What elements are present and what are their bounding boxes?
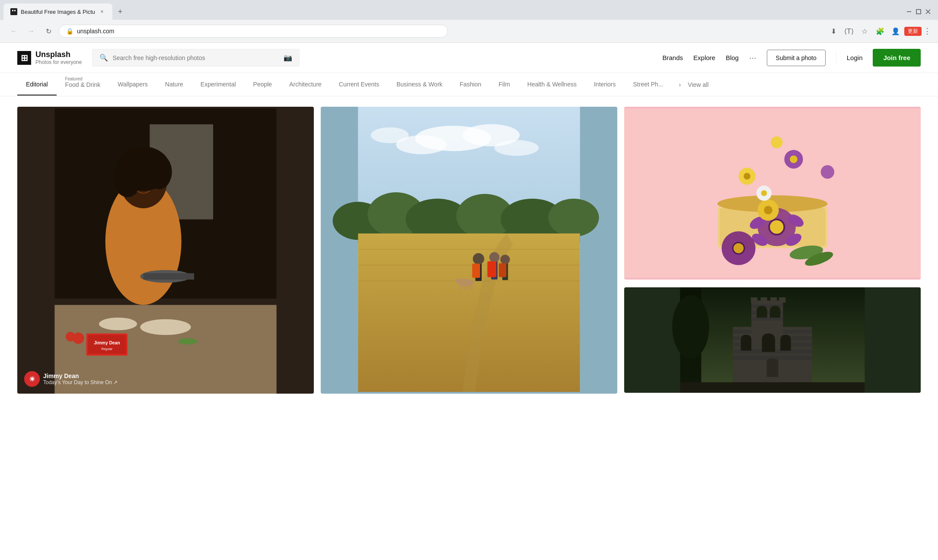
category-tabs: Editorial Featured Food & Drink Wallpape…: [0, 73, 938, 96]
svg-point-40: [770, 220, 783, 234]
logo[interactable]: ⊞ Unsplash Photos for everyone: [17, 50, 82, 66]
svg-text:Jimmy Dean: Jimmy Dean: [94, 340, 120, 345]
svg-point-51: [761, 190, 767, 196]
svg-rect-30: [624, 108, 921, 278]
featured-label: Featured: [65, 76, 101, 81]
tab-street-ph[interactable]: Street Ph...: [625, 74, 672, 95]
profile-icon[interactable]: 👤: [889, 24, 903, 38]
svg-rect-102: [751, 318, 783, 321]
tab-nature[interactable]: Nature: [156, 74, 192, 95]
tab-food-drink[interactable]: Featured Food & Drink: [57, 73, 109, 96]
photo-image-col2-bottom: [624, 287, 921, 393]
logo-symbol: ⊞: [21, 54, 28, 62]
address-actions: ⬇ ⟨T⟩ ☆ 🧩 👤 更新 ⋮: [826, 24, 931, 38]
back-button[interactable]: ←: [7, 24, 21, 38]
tab-people[interactable]: People: [245, 74, 281, 95]
photo-card-col1[interactable]: Jimmy Dean Regular ☀ Jimmy Dean Today's …: [17, 107, 314, 394]
svg-rect-104: [761, 297, 767, 302]
bookmark-icon[interactable]: ☆: [858, 24, 871, 38]
tab-favicon: [10, 8, 17, 15]
svg-line-88: [472, 285, 472, 290]
extensions-icon[interactable]: 🧩: [873, 24, 887, 38]
svg-point-26: [73, 332, 84, 344]
view-all-link[interactable]: View all: [688, 74, 708, 95]
svg-point-92: [672, 295, 709, 358]
lock-icon: 🔒: [66, 28, 73, 35]
submit-photo-button[interactable]: Submit a photo: [767, 50, 826, 66]
address-bar: ← → ↻ 🔒 unsplash.com ⬇ ⟨T⟩ ☆ 🧩 👤 更新 ⋮: [0, 20, 938, 42]
photo-card-col3[interactable]: [321, 107, 617, 394]
tabs-chevron-right[interactable]: ›: [676, 74, 685, 95]
blog-link[interactable]: Blog: [726, 54, 739, 61]
download-icon[interactable]: ⬇: [826, 24, 840, 38]
more-menu-button[interactable]: ···: [749, 53, 756, 63]
join-free-button[interactable]: Join free: [873, 49, 921, 67]
login-link[interactable]: Login: [847, 54, 863, 61]
browser-menu-button[interactable]: ⋮: [923, 26, 931, 36]
sponsor-name: Jimmy Dean: [43, 372, 118, 379]
svg-point-69: [548, 199, 599, 237]
tab-close-button[interactable]: ×: [99, 8, 105, 15]
svg-point-27: [178, 338, 197, 345]
forward-button[interactable]: →: [24, 24, 38, 38]
svg-rect-106: [779, 297, 785, 302]
camera-icon[interactable]: 📷: [284, 54, 292, 62]
logo-name: Unsplash: [35, 50, 82, 60]
sponsor-logo: ☀: [24, 371, 40, 387]
browser-chrome: Beautiful Free Images & Pictu × + ← → ↻ …: [0, 0, 938, 43]
svg-point-78: [489, 252, 499, 262]
active-tab[interactable]: Beautiful Free Images & Pictu ×: [3, 3, 112, 20]
site-header: ⊞ Unsplash Photos for everyone 🔍 📷 Brand…: [0, 43, 938, 73]
svg-point-54: [771, 137, 782, 148]
photo-grid: Jimmy Dean Regular ☀ Jimmy Dean Today's …: [0, 96, 938, 404]
tab-architecture[interactable]: Architecture: [281, 74, 330, 95]
update-badge[interactable]: 更新: [904, 27, 922, 36]
svg-line-87: [469, 286, 469, 290]
tab-health-wellness[interactable]: Health & Wellness: [519, 74, 585, 95]
svg-rect-4: [916, 10, 921, 14]
svg-rect-76: [472, 264, 480, 278]
svg-rect-79: [488, 261, 497, 277]
sponsor-text: Jimmy Dean Today's Your Day to Shine On …: [43, 372, 118, 385]
explore-link[interactable]: Explore: [693, 54, 715, 61]
url-bar[interactable]: 🔒 unsplash.com: [59, 25, 448, 38]
tab-current-events[interactable]: Current Events: [330, 74, 388, 95]
svg-rect-0: [10, 8, 17, 15]
search-input[interactable]: [112, 54, 279, 61]
tab-bar: Beautiful Free Images & Pictu × +: [0, 0, 938, 20]
svg-point-62: [371, 127, 409, 143]
tab-experimental[interactable]: Experimental: [192, 74, 245, 95]
photo-card-col2-bottom[interactable]: [624, 287, 921, 393]
tab-interiors[interactable]: Interiors: [585, 74, 625, 95]
food-drink-label: Food & Drink: [65, 81, 101, 88]
search-bar[interactable]: 🔍 📷: [92, 49, 300, 67]
new-tab-button[interactable]: +: [114, 6, 126, 18]
tab-fashion[interactable]: Fashion: [451, 74, 490, 95]
photo-image-col3: [321, 107, 617, 392]
svg-text:☀: ☀: [29, 375, 35, 383]
svg-point-20: [140, 319, 191, 335]
photo-image-col1: Jimmy Dean Regular: [17, 108, 314, 394]
svg-point-19: [99, 318, 137, 330]
tab-editorial[interactable]: Editorial: [17, 74, 57, 95]
svg-point-53: [790, 156, 798, 163]
photo-card-col2-top[interactable]: [624, 107, 921, 280]
photo-image-col2-top: [624, 107, 921, 280]
svg-rect-17: [144, 273, 194, 280]
brands-link[interactable]: Brands: [663, 54, 683, 61]
sponsored-badge: ☀ Jimmy Dean Today's Your Day to Shine O…: [24, 371, 118, 387]
divider: [836, 51, 836, 65]
url-text: unsplash.com: [77, 28, 440, 35]
tab-wallpapers[interactable]: Wallpapers: [109, 74, 156, 95]
translate-icon[interactable]: ⟨T⟩: [842, 24, 856, 38]
reload-button[interactable]: ↻: [41, 24, 55, 38]
svg-rect-82: [499, 263, 507, 277]
tab-film[interactable]: Film: [490, 74, 518, 95]
svg-point-43: [734, 243, 744, 254]
svg-point-49: [743, 173, 750, 180]
svg-rect-1: [12, 10, 13, 11]
tab-title: Beautiful Free Images & Pictu: [21, 9, 95, 15]
header-nav: Brands Explore Blog ··· Submit a photo L…: [663, 49, 921, 67]
tab-business-work[interactable]: Business & Work: [388, 74, 451, 95]
svg-rect-105: [770, 297, 777, 302]
